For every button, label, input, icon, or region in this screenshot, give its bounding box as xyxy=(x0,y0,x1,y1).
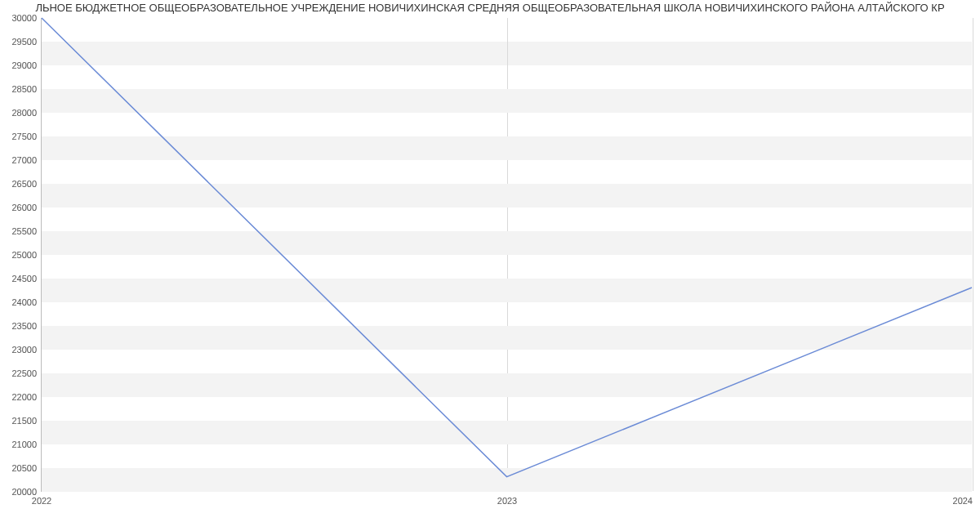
chart-title: ЛЬНОЕ БЮДЖЕТНОЕ ОБЩЕОБРАЗОВАТЕЛЬНОЕ УЧРЕ… xyxy=(0,2,980,14)
x-tick-label: 2024 xyxy=(953,496,973,506)
y-tick-label: 25500 xyxy=(2,226,37,236)
y-tick-label: 25000 xyxy=(2,250,37,260)
y-tick-label: 23000 xyxy=(2,345,37,355)
x-tick-label: 2023 xyxy=(497,496,517,506)
grid-line-vertical xyxy=(973,18,973,491)
y-tick-label: 21000 xyxy=(2,440,37,449)
y-tick-label: 27500 xyxy=(2,132,37,141)
y-tick-label: 29500 xyxy=(2,37,37,47)
y-tick-label: 27000 xyxy=(2,155,37,165)
y-tick-label: 20500 xyxy=(2,463,37,473)
x-tick-label: 2022 xyxy=(32,496,51,506)
y-tick-label: 22000 xyxy=(2,392,37,402)
y-tick-label: 29000 xyxy=(2,60,37,70)
y-tick-label: 21500 xyxy=(2,416,37,426)
y-tick-label: 23500 xyxy=(2,321,37,331)
line-series xyxy=(42,18,972,477)
y-tick-label: 28000 xyxy=(2,108,37,118)
y-tick-label: 26000 xyxy=(2,203,37,212)
y-tick-label: 24000 xyxy=(2,297,37,307)
y-tick-label: 24500 xyxy=(2,274,37,283)
y-tick-label: 28500 xyxy=(2,84,37,94)
y-tick-label: 22500 xyxy=(2,368,37,378)
y-tick-label: 26500 xyxy=(2,179,37,189)
chart-plot-area: 2000020500210002150022000225002300023500… xyxy=(41,18,972,492)
y-tick-label: 30000 xyxy=(2,13,37,23)
